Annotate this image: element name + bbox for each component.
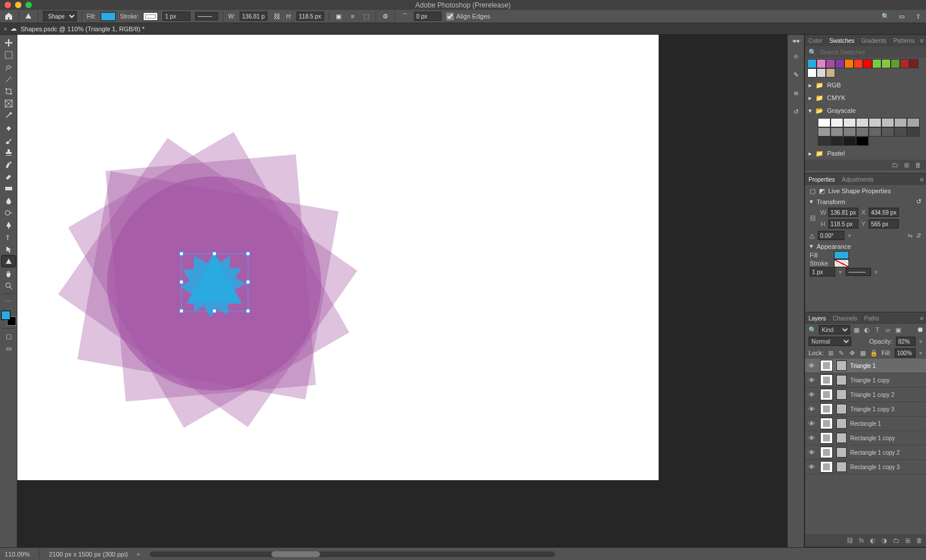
swatch[interactable]	[869, 118, 881, 127]
swatch[interactable]	[909, 59, 918, 68]
swatch[interactable]	[863, 59, 872, 68]
fx-icon[interactable]: fx	[859, 537, 864, 544]
handle-ne[interactable]	[246, 252, 250, 256]
layer-thumb[interactable]	[820, 461, 833, 473]
layer-row[interactable]: 👁Rectangle 1 copy	[805, 431, 926, 445]
lock-paint-icon[interactable]: ✎	[838, 349, 845, 357]
swatch[interactable]	[831, 127, 843, 137]
home-icon[interactable]	[3, 11, 14, 21]
canvas[interactable]	[17, 35, 659, 480]
hand-tool[interactable]	[2, 268, 16, 279]
minimize-window[interactable]	[15, 2, 21, 8]
visibility-icon[interactable]: 👁	[809, 434, 817, 441]
filter-smart-icon[interactable]: ▣	[894, 326, 902, 334]
marquee-tool[interactable]	[2, 49, 16, 60]
fill-swatch[interactable]	[101, 12, 116, 21]
swatch[interactable]	[826, 59, 835, 68]
tab-layers[interactable]: Layers	[809, 315, 826, 322]
maximize-window[interactable]	[25, 2, 32, 8]
stamp-tool[interactable]	[2, 146, 16, 157]
path-combine-icon[interactable]: ▣	[334, 12, 343, 21]
blur-tool[interactable]	[2, 195, 16, 206]
layer-mask-thumb[interactable]	[836, 389, 847, 400]
layer-thumb[interactable]	[820, 432, 833, 444]
swatch[interactable]	[891, 59, 900, 68]
swatch[interactable]	[817, 59, 826, 68]
tab-adjustments[interactable]: Adjustments	[842, 176, 874, 183]
layer-row[interactable]: 👁Triangle 1 copy 3	[805, 402, 926, 417]
tab-patterns[interactable]: Patterns	[894, 38, 915, 44]
swatch[interactable]	[807, 68, 817, 78]
delete-swatch-icon[interactable]: 🗑	[915, 161, 921, 168]
brushes-dock-icon[interactable]: ✎	[791, 69, 801, 80]
tab-color[interactable]: Color	[809, 38, 822, 44]
handle-se[interactable]	[246, 309, 250, 313]
delete-layer-icon[interactable]: 🗑	[916, 537, 923, 544]
swatch[interactable]	[831, 118, 843, 127]
eyedropper-tool[interactable]	[2, 110, 16, 121]
layer-thumb[interactable]	[820, 403, 833, 415]
flip-v-icon[interactable]: ⇵	[916, 232, 921, 240]
visibility-icon[interactable]: 👁	[809, 406, 817, 412]
crop-tool[interactable]	[2, 86, 16, 97]
swatch[interactable]	[818, 137, 831, 146]
swatch[interactable]	[856, 118, 869, 127]
corner-radius-input[interactable]	[414, 12, 442, 21]
layer-thumb[interactable]	[820, 447, 833, 458]
stroke-width-input[interactable]	[163, 12, 190, 21]
handle-sw[interactable]	[179, 309, 183, 313]
share-icon[interactable]: ⇪	[913, 12, 923, 21]
visibility-icon[interactable]: 👁	[809, 463, 817, 470]
wand-tool[interactable]	[2, 73, 16, 84]
layer-row[interactable]: 👁Rectangle 1 copy 2	[805, 445, 926, 460]
prop-fill-swatch[interactable]	[834, 251, 849, 259]
swatch[interactable]	[835, 59, 844, 68]
layer-row[interactable]: 👁Rectangle 1	[805, 417, 926, 431]
pen-tool[interactable]	[2, 219, 16, 230]
swatch[interactable]	[854, 59, 863, 68]
eraser-tool[interactable]	[2, 171, 16, 182]
lock-nest-icon[interactable]: ▦	[859, 349, 866, 357]
new-group-icon[interactable]: 🗀	[892, 161, 898, 168]
path-arrange-icon[interactable]: ⬚	[362, 12, 371, 21]
layer-mask-thumb[interactable]	[836, 433, 847, 443]
zoom-tool[interactable]	[2, 280, 16, 291]
visibility-icon[interactable]: 👁	[809, 449, 817, 456]
swatch[interactable]	[856, 127, 869, 137]
reset-icon[interactable]: ↺	[916, 198, 921, 205]
doc-dimensions[interactable]: 2100 px x 1500 px (300 ppi)	[49, 551, 127, 558]
new-layer-icon[interactable]: ⊞	[905, 537, 910, 544]
swatch[interactable]	[826, 68, 835, 78]
layer-thumb[interactable]	[820, 360, 833, 371]
panel-menu-icon[interactable]: ≡	[920, 176, 924, 183]
visibility-icon[interactable]: 👁	[809, 391, 817, 398]
mask-icon[interactable]: ◐	[870, 537, 876, 544]
layer-fill-input[interactable]	[895, 348, 916, 358]
handle-n[interactable]	[212, 252, 216, 256]
brush-tool[interactable]	[2, 134, 16, 145]
swatch[interactable]	[807, 59, 817, 68]
layer-mask-thumb[interactable]	[836, 404, 847, 414]
link-wh-icon[interactable]: ⛓	[810, 215, 818, 222]
align-edges-checkbox[interactable]: Align Edges	[446, 13, 490, 20]
link-layers-icon[interactable]: ⛓	[847, 537, 853, 544]
handle-w[interactable]	[179, 280, 183, 284]
handle-e[interactable]	[246, 280, 250, 284]
lock-trans-icon[interactable]: ⊞	[827, 349, 834, 357]
history-dock-icon[interactable]: ↺	[791, 106, 801, 117]
visibility-icon[interactable]: 👁	[809, 362, 817, 369]
prop-stroke-swatch[interactable]	[834, 259, 849, 267]
visibility-icon[interactable]: 👁	[809, 377, 817, 384]
swatch[interactable]	[894, 127, 907, 137]
heal-tool[interactable]	[2, 122, 16, 133]
tool-preset-icon[interactable]	[24, 12, 33, 21]
shape-mode-select[interactable]: Shape	[43, 11, 77, 21]
swatch[interactable]	[831, 137, 843, 146]
gear-icon[interactable]: ⚙	[381, 12, 390, 21]
visibility-icon[interactable]: 👁	[809, 420, 817, 427]
layers-dock-icon[interactable]: ≋	[791, 88, 801, 98]
swatch[interactable]	[856, 137, 869, 146]
layer-row[interactable]: 👁Triangle 1	[805, 359, 926, 373]
filter-pixel-icon[interactable]: ▦	[852, 326, 861, 334]
color-picker[interactable]	[1, 311, 16, 326]
